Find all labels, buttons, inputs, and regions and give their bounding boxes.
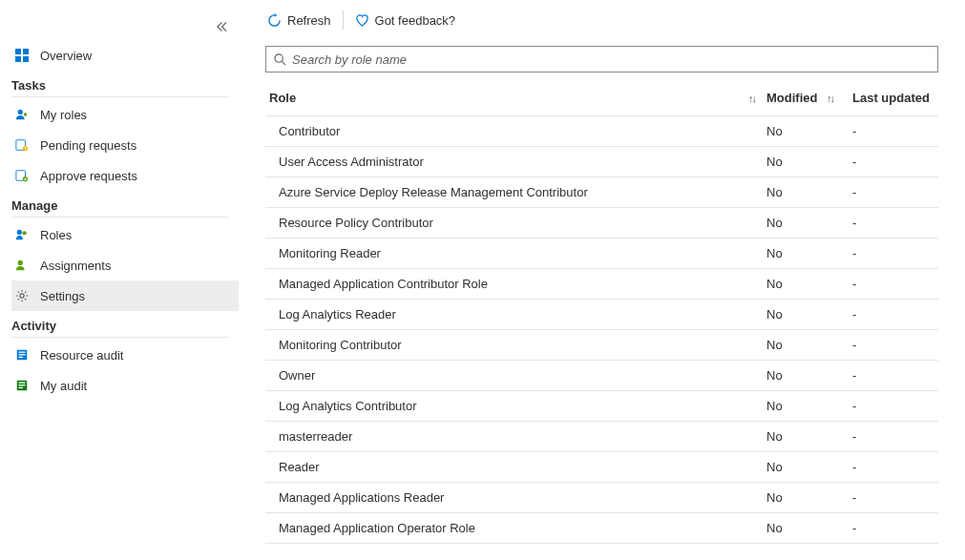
pending-icon	[15, 138, 34, 152]
table-row[interactable]: Managed Applications ReaderNo-	[265, 483, 938, 513]
sidebar-item[interactable]: My audit	[11, 370, 239, 401]
sidebar-item[interactable]: Resource audit	[11, 340, 239, 370]
cell-modified: No	[766, 277, 852, 291]
cell-role: Resource Policy Contributor	[265, 216, 766, 230]
sort-icon[interactable]: ↑↓	[748, 93, 766, 104]
cell-role: Azure Service Deploy Release Management …	[265, 185, 766, 199]
sidebar-item[interactable]: Settings	[11, 280, 239, 311]
svg-rect-17	[19, 357, 23, 358]
cell-role-text: Monitoring Contributor	[279, 338, 402, 352]
person-role-icon	[15, 108, 34, 121]
roles-table: Role ↑↓ Modified ↑↓ Last updated Contrib…	[265, 80, 938, 560]
table-row[interactable]: Resource Policy ContributorNo-	[265, 208, 938, 239]
cell-modified: No	[766, 185, 852, 199]
sidebar-section-title: Tasks	[11, 71, 229, 97]
refresh-label: Refresh	[287, 13, 331, 28]
table-row[interactable]: Azure Service Deploy Release Management …	[265, 177, 938, 208]
table-row[interactable]: ReaderNo-	[265, 452, 938, 483]
cell-modified: No	[766, 460, 852, 474]
sidebar-item-overview[interactable]: Overview	[11, 40, 239, 71]
cell-modified: No	[766, 368, 852, 383]
column-header-role[interactable]: Role ↑↓	[265, 91, 766, 105]
table-row[interactable]: Log Analytics ContributorNo-	[265, 391, 938, 422]
sidebar-item[interactable]: Roles	[11, 219, 239, 250]
toolbar: Refresh Got feedback?	[265, 0, 938, 40]
cell-updated: -	[852, 521, 938, 535]
svg-point-12	[18, 260, 23, 265]
sidebar: Overview TasksMy rolesPending requestsAp…	[0, 0, 239, 560]
cell-modified: No	[766, 246, 852, 260]
cell-role: Monitoring Reader	[265, 246, 766, 260]
sidebar-item-label: Roles	[40, 228, 72, 242]
column-header-modified[interactable]: Modified ↑↓	[766, 91, 852, 105]
toolbar-divider	[343, 10, 344, 30]
cell-role-text: Reader	[279, 460, 320, 474]
approve-icon	[15, 169, 34, 182]
cell-role: Managed Application Operator Role	[265, 521, 766, 535]
sidebar-item-label: Settings	[40, 289, 85, 303]
assignments-icon	[15, 259, 34, 272]
sidebar-item[interactable]: Approve requests	[11, 160, 239, 191]
my-audit-icon	[15, 379, 34, 392]
svg-rect-20	[19, 384, 26, 385]
sidebar-item-label: Approve requests	[40, 169, 137, 183]
table-row[interactable]: masterreaderNo-	[265, 422, 938, 452]
main-content: Refresh Got feedback? Role ↑↓	[239, 0, 965, 560]
cell-role: Log Analytics Contributor	[265, 399, 766, 413]
search-box[interactable]	[265, 46, 938, 73]
svg-point-5	[24, 113, 28, 116]
svg-point-22	[275, 53, 283, 61]
cell-updated: -	[852, 399, 938, 413]
feedback-button[interactable]: Got feedback?	[353, 10, 458, 31]
svg-rect-21	[19, 387, 23, 388]
table-row[interactable]: ContributorNo-	[265, 116, 938, 147]
cell-role-text: Owner	[279, 368, 315, 383]
cell-updated: -	[852, 185, 938, 199]
column-header-updated[interactable]: Last updated	[852, 91, 938, 105]
table-row[interactable]: Managed Application Operator RoleNo-	[265, 513, 938, 544]
sidebar-item[interactable]: Pending requests	[11, 130, 239, 160]
cell-updated: -	[852, 368, 938, 383]
column-header-modified-label: Modified	[766, 91, 817, 105]
cell-modified: No	[766, 124, 852, 138]
sort-icon[interactable]: ↑↓	[821, 93, 845, 104]
svg-rect-2	[15, 56, 21, 62]
sidebar-item-label: Resource audit	[40, 348, 123, 363]
cell-role-text: Managed Application Operator Role	[279, 521, 475, 535]
cell-role-text: Managed Application Contributor Role	[279, 277, 488, 291]
sidebar-item-label: My roles	[40, 108, 87, 122]
cell-modified: No	[766, 490, 852, 505]
table-row[interactable]: OwnerNo-	[265, 361, 938, 391]
sidebar-item[interactable]: My roles	[11, 99, 239, 130]
overview-icon	[15, 49, 34, 62]
cell-role-text: Contributor	[279, 124, 340, 138]
cell-role-text: masterreader	[279, 429, 352, 444]
table-row[interactable]: Managed Application Contributor RoleNo-	[265, 269, 938, 300]
cell-updated: -	[852, 429, 938, 444]
table-row[interactable]: User Access AdministratorNo-	[265, 147, 938, 177]
cell-updated: -	[852, 155, 938, 169]
cell-role: Reader	[265, 460, 766, 474]
cell-role: Contributor	[265, 124, 766, 138]
sidebar-section-title: Manage	[11, 191, 229, 218]
refresh-button[interactable]: Refresh	[265, 10, 333, 31]
search-input[interactable]	[292, 52, 930, 67]
table-row[interactable]: Monitoring ContributorNo-	[265, 330, 938, 361]
collapse-sidebar-button[interactable]	[217, 21, 227, 32]
table-row[interactable]: Monitoring ReaderNo-	[265, 239, 938, 269]
svg-rect-1	[23, 49, 29, 54]
cell-modified: No	[766, 521, 852, 535]
cell-updated: -	[852, 460, 938, 474]
cell-role-text: User Access Administrator	[279, 155, 424, 169]
sidebar-item[interactable]: Assignments	[11, 250, 239, 280]
cell-role-text: Azure Service Deploy Release Management …	[279, 185, 588, 199]
cell-role: Owner	[265, 368, 766, 383]
resource-audit-icon	[15, 348, 34, 362]
cell-role-text: Log Analytics Contributor	[279, 399, 417, 413]
table-row[interactable]: Log Analytics ReaderNo-	[265, 300, 938, 330]
svg-point-10	[17, 230, 22, 235]
cell-role: User Access Administrator	[265, 155, 766, 169]
cell-updated: -	[852, 246, 938, 260]
table-header-row: Role ↑↓ Modified ↑↓ Last updated	[265, 80, 938, 116]
cell-modified: No	[766, 429, 852, 444]
